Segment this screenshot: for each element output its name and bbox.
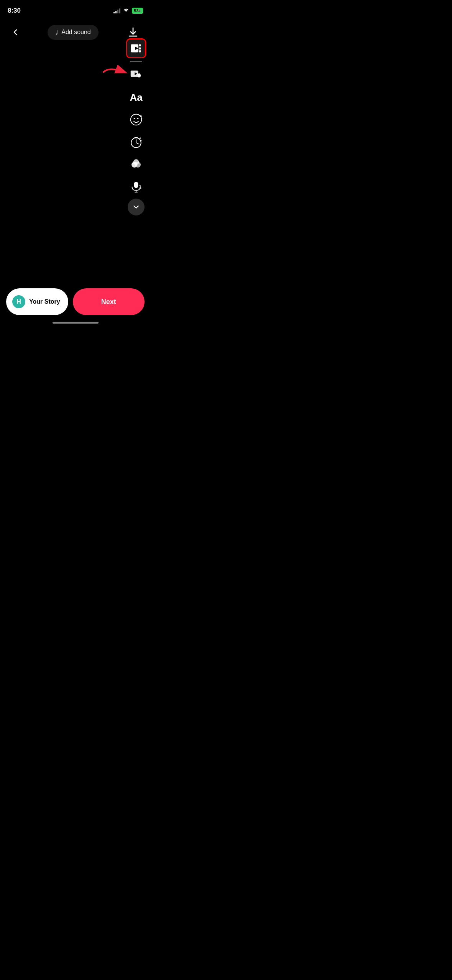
add-sound-label: Add sound bbox=[61, 29, 91, 36]
add-sound-button[interactable]: ♩ Add sound bbox=[48, 25, 99, 40]
next-button[interactable]: Next bbox=[73, 288, 145, 315]
text-aa-icon: Aa bbox=[130, 92, 142, 104]
color-filter-button[interactable] bbox=[126, 154, 146, 174]
your-story-label: Your Story bbox=[29, 298, 60, 305]
sticker-button[interactable] bbox=[126, 110, 146, 130]
svg-rect-4 bbox=[139, 48, 141, 49]
your-story-button[interactable]: H Your Story bbox=[6, 288, 68, 315]
signal-bars-icon bbox=[113, 8, 120, 13]
svg-rect-5 bbox=[139, 50, 141, 52]
bottom-buttons: H Your Story Next bbox=[6, 288, 145, 315]
status-icons: 53+ bbox=[113, 8, 143, 14]
story-avatar-letter: H bbox=[16, 298, 21, 305]
svg-rect-3 bbox=[139, 44, 141, 46]
red-arrow-annotation bbox=[102, 64, 125, 76]
music-note-icon: ♩ bbox=[55, 29, 58, 36]
text-button[interactable]: Aa bbox=[126, 87, 146, 107]
wifi-icon bbox=[123, 8, 130, 13]
svg-point-17 bbox=[140, 187, 141, 189]
home-indicator bbox=[53, 322, 99, 324]
battery-icon: 53+ bbox=[132, 8, 143, 14]
battery-level: 53+ bbox=[134, 8, 141, 13]
svg-rect-15 bbox=[134, 182, 138, 188]
voiceover-button[interactable] bbox=[126, 176, 146, 196]
more-button[interactable] bbox=[128, 199, 145, 215]
clip-editor-button[interactable] bbox=[126, 38, 146, 58]
timer-button[interactable] bbox=[126, 132, 146, 152]
story-avatar: H bbox=[12, 295, 25, 308]
svg-point-14 bbox=[133, 159, 139, 165]
back-button[interactable] bbox=[8, 25, 23, 40]
status-bar: 8:30 53+ bbox=[0, 0, 151, 19]
svg-point-8 bbox=[131, 114, 142, 125]
bottom-bar: H Your Story Next bbox=[0, 282, 151, 327]
svg-point-10 bbox=[137, 118, 139, 119]
svg-point-9 bbox=[134, 118, 135, 119]
next-label: Next bbox=[101, 298, 116, 306]
status-time: 8:30 bbox=[8, 7, 21, 15]
toolbar-divider bbox=[130, 61, 142, 62]
